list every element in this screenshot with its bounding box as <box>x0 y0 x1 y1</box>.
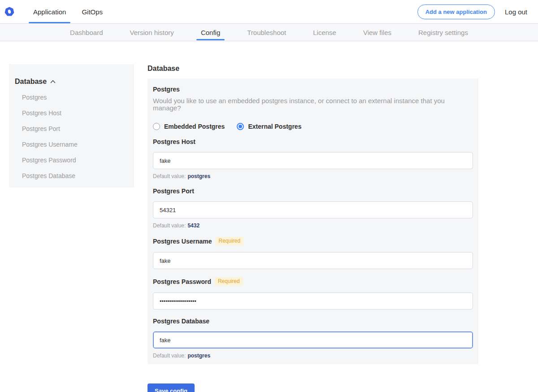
default-value-text: postgres <box>187 353 210 359</box>
postgres-database-label: Postgres Database <box>153 318 209 325</box>
tab-gitops[interactable]: GitOps <box>77 0 107 23</box>
subnav-tab-troubleshoot[interactable]: Troubleshoot <box>243 24 291 41</box>
radio-embedded-postgres-label: Embedded Postgres <box>164 123 225 130</box>
default-value-prefix: Default value: <box>153 353 186 359</box>
sidebar-item-postgres-username[interactable]: Postgres Username <box>22 141 134 148</box>
postgres-help-text: Would you like to use an embedded postgr… <box>153 97 473 112</box>
subnav-tab-dashboard[interactable]: Dashboard <box>65 24 107 41</box>
postgres-username-input[interactable] <box>153 252 473 269</box>
subnav-tab-version-history[interactable]: Version history <box>125 24 178 41</box>
chevron-up-icon <box>50 80 56 83</box>
postgres-group-label: Postgres <box>153 86 473 93</box>
section-title: Database <box>148 64 478 73</box>
save-config-button[interactable]: Save config <box>148 383 195 392</box>
subnav-tab-view-files[interactable]: View files <box>359 24 396 41</box>
config-main: Database Postgres Would you like to use … <box>148 64 478 392</box>
postgres-database-default-note: Default value: postgres <box>153 353 473 359</box>
default-value-prefix: Default value: <box>153 222 186 229</box>
subnav-tab-troubleshoot-label: Troubleshoot <box>247 29 286 36</box>
required-badge: Required <box>216 237 244 245</box>
postgres-port-input[interactable] <box>153 201 473 218</box>
default-value-prefix: Default value: <box>153 173 186 179</box>
radio-circle-unselected[interactable] <box>153 123 160 130</box>
field-postgres-host: Postgres Host Default value: postgres <box>153 138 473 179</box>
postgres-database-input[interactable] <box>153 331 473 348</box>
postgres-password-label: Postgres Password <box>153 278 211 285</box>
subnav-tab-version-history-label: Version history <box>130 29 174 36</box>
subnav-tab-dashboard-label: Dashboard <box>70 29 103 36</box>
active-subnav-underline <box>196 39 225 40</box>
sidebar-item-postgres-password[interactable]: Postgres Password <box>22 157 134 164</box>
field-postgres-username: Postgres Username Required <box>153 237 473 269</box>
sidebar-group-database[interactable]: Database <box>15 78 134 85</box>
postgres-password-input[interactable] <box>153 292 473 309</box>
required-badge: Required <box>215 277 243 286</box>
postgres-port-default-note: Default value: 5432 <box>153 222 473 229</box>
page-content: Database Postgres Postgres Host Postgres… <box>0 41 538 392</box>
sidebar-item-postgres-port[interactable]: Postgres Port <box>22 125 134 132</box>
tab-application-label: Application <box>33 8 66 16</box>
postgres-host-label: Postgres Host <box>153 138 195 145</box>
tab-gitops-label: GitOps <box>82 8 103 16</box>
field-postgres-database: Postgres Database Default value: postgre… <box>153 318 473 359</box>
app-logo[interactable] <box>4 7 14 17</box>
sidebar-group-database-label: Database <box>15 78 47 85</box>
logout-link[interactable]: Log out <box>505 8 527 16</box>
postgres-host-default-note: Default value: postgres <box>153 173 473 179</box>
subnav-tab-view-files-label: View files <box>363 29 391 36</box>
add-application-button[interactable]: Add a new application <box>417 4 495 19</box>
sidebar-item-postgres[interactable]: Postgres <box>22 94 134 101</box>
app-subnav: Dashboard Version history Config Trouble… <box>0 23 538 41</box>
radio-dot <box>239 125 242 128</box>
subnav-tab-config-label: Config <box>201 29 220 36</box>
postgres-username-label: Postgres Username <box>153 238 212 245</box>
subnav-tab-registry-settings-label: Registry settings <box>418 29 468 36</box>
default-value-text: 5432 <box>187 222 200 229</box>
sidebar-item-postgres-host[interactable]: Postgres Host <box>22 109 134 117</box>
subnav-tab-registry-settings[interactable]: Registry settings <box>414 24 473 41</box>
subnav-tab-license-label: License <box>313 29 336 36</box>
postgres-port-label: Postgres Port <box>153 187 194 195</box>
default-value-text: postgres <box>187 173 210 179</box>
postgres-radio-group: Embedded Postgres External Postgres <box>153 123 473 130</box>
radio-external-postgres[interactable]: External Postgres <box>237 123 301 130</box>
config-panel: Postgres Would you like to use an embedd… <box>148 78 478 364</box>
top-nav: Application GitOps Add a new application… <box>0 0 538 23</box>
replicated-logo-icon <box>4 7 14 17</box>
active-tab-underline <box>29 22 70 23</box>
top-tabs: Application GitOps <box>29 0 107 23</box>
radio-embedded-postgres[interactable]: Embedded Postgres <box>153 123 225 130</box>
field-postgres-port: Postgres Port Default value: 5432 <box>153 187 473 229</box>
subnav-tab-config[interactable]: Config <box>196 24 225 41</box>
sidebar-items: Postgres Postgres Host Postgres Port Pos… <box>9 94 134 179</box>
field-postgres-password: Postgres Password Required <box>153 277 473 309</box>
radio-circle-selected[interactable] <box>237 123 244 130</box>
tab-application[interactable]: Application <box>29 0 70 23</box>
config-sidebar: Database Postgres Postgres Host Postgres… <box>9 64 134 187</box>
postgres-host-input[interactable] <box>153 152 473 169</box>
subnav-tab-license[interactable]: License <box>308 24 341 41</box>
radio-external-postgres-label: External Postgres <box>248 123 301 130</box>
sidebar-item-postgres-database[interactable]: Postgres Database <box>22 172 134 179</box>
